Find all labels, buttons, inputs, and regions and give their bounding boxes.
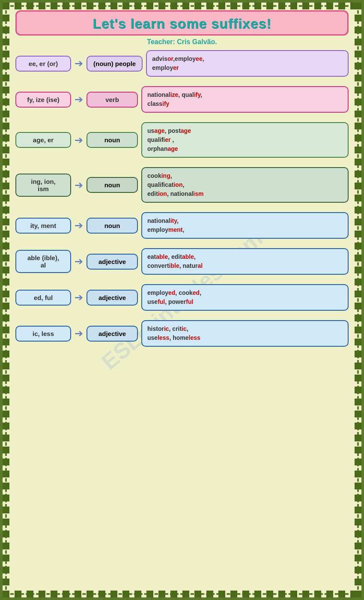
suffix-label-ee-er: ee, er (or) — [15, 56, 71, 72]
type-label-fy-ize: verb — [87, 92, 138, 108]
examples-able: eatable, editable,convertible, natural — [141, 248, 349, 275]
type-label-age-er: noun — [87, 132, 138, 148]
examples-ic-less: historic, critic,useless, homeless — [141, 320, 349, 347]
examples-ee-er: advisor,employee,employer — [146, 50, 349, 77]
examples-ity-ment: nationality,employment, — [141, 212, 349, 239]
arrow-ic-less: ➔ — [75, 327, 83, 339]
row-ee-er: ee, er (or) ➔ (noun) people advisor,empl… — [15, 50, 349, 77]
type-label-ee-er: (noun) people — [87, 56, 143, 72]
suffix-label-age-er: age, er — [15, 132, 71, 148]
row-ic-less: ic, less ➔ adjective historic, critic,us… — [15, 320, 349, 347]
arrow-age-er: ➔ — [75, 134, 83, 146]
row-age-er: age, er ➔ noun usage, postagequalifier ,… — [15, 122, 349, 158]
examples-ed-ful: employed, cooked,useful, powerful — [141, 284, 349, 311]
suffix-label-ing-ion: ing, ion, ism — [15, 174, 71, 197]
arrow-ity-ment: ➔ — [75, 219, 83, 231]
type-label-able: adjective — [87, 254, 138, 270]
type-label-ed-ful: adjective — [87, 290, 138, 306]
arrow-fy-ize: ➔ — [75, 93, 83, 105]
examples-fy-ize: nationalize, qualify,classify — [141, 86, 349, 113]
type-label-ic-less: adjective — [87, 326, 138, 342]
suffix-label-ed-ful: ed, ful — [15, 290, 71, 306]
examples-ing-ion: cooking,qualification,edition, nationali… — [141, 167, 349, 203]
arrow-ee-er: ➔ — [75, 57, 83, 69]
arrow-able: ➔ — [75, 255, 83, 267]
title-box: Let's learn some suffixes! — [15, 10, 349, 36]
suffix-label-able: able (ible), al — [15, 250, 71, 273]
subtitle: Teacher: Cris Galvão. — [15, 38, 349, 46]
row-able: able (ible), al ➔ adjective eatable, edi… — [15, 248, 349, 275]
type-label-ity-ment: noun — [87, 218, 138, 234]
examples-age-er: usage, postagequalifier ,orphanage — [141, 122, 349, 158]
row-fy-ize: fy, ize (ise) ➔ verb nationalize, qualif… — [15, 86, 349, 113]
suffix-label-ic-less: ic, less — [15, 326, 71, 342]
page-title: Let's learn some suffixes! — [25, 16, 339, 32]
suffix-label-ity-ment: ity, ment — [15, 218, 71, 234]
suffix-label-fy-ize: fy, ize (ise) — [15, 92, 71, 108]
row-ed-ful: ed, ful ➔ adjective employed, cooked,use… — [15, 284, 349, 311]
row-ing-ion: ing, ion, ism ➔ noun cooking,qualificati… — [15, 167, 349, 203]
type-label-ing-ion: noun — [87, 177, 138, 193]
row-ity-ment: ity, ment ➔ noun nationality,employment, — [15, 212, 349, 239]
arrow-ing-ion: ➔ — [75, 179, 83, 191]
arrow-ed-ful: ➔ — [75, 291, 83, 303]
